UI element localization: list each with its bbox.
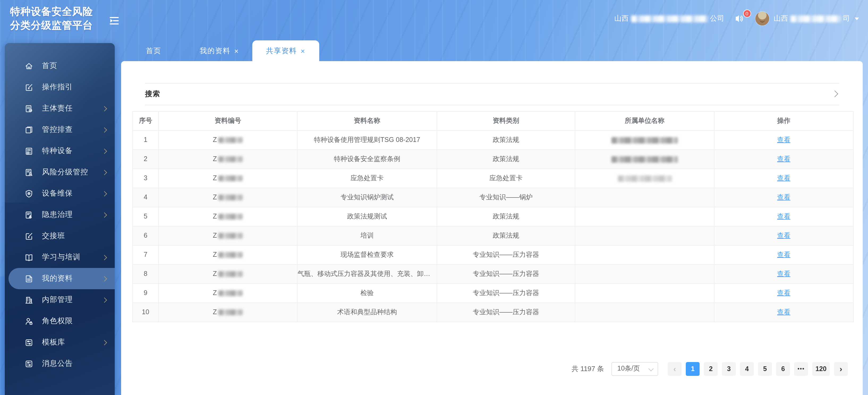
tab-2[interactable]: 共享资料 ×: [252, 40, 319, 61]
menu-fold-icon[interactable]: [109, 16, 120, 26]
page-button-120[interactable]: 120: [812, 362, 830, 375]
table-row: 3 Z 应急处置卡 应急处置卡 查看: [132, 169, 854, 188]
sidebar-item-11[interactable]: 内部管理: [5, 289, 115, 310]
redacted-code: [219, 156, 243, 162]
sidebar-item-2[interactable]: 主体责任: [5, 98, 115, 119]
user-name[interactable]: 山西司: [774, 14, 850, 23]
redacted-code: [219, 195, 243, 200]
cell-code: Z: [159, 188, 297, 207]
company-name-prefix: 山西: [614, 15, 629, 22]
view-link[interactable]: 查看: [777, 136, 790, 143]
view-link[interactable]: 查看: [777, 289, 790, 297]
page-size-value: 10条/页: [617, 364, 640, 373]
notification-volume-icon[interactable]: 0: [734, 14, 744, 23]
column-header: 所属单位名称: [575, 111, 714, 130]
sidebar-item-13[interactable]: 模板库: [5, 332, 115, 353]
application-window: 特种设备安全风险 分类分级监管平台 山西公司 0 山西司 首页 操作指引 主体责…: [0, 0, 868, 395]
tab-1[interactable]: 我的资料 ×: [186, 40, 252, 61]
view-link[interactable]: 查看: [777, 251, 790, 258]
column-header: 资料类别: [437, 111, 575, 130]
user-name-suffix: 司: [843, 15, 850, 22]
cell-code: Z: [159, 245, 297, 264]
cell-index: 8: [132, 264, 159, 283]
redacted-company-name: [631, 16, 708, 22]
page-button-3[interactable]: 3: [722, 362, 736, 375]
more-pages-button[interactable]: •••: [794, 362, 808, 375]
sidebar-item-label: 学习与培训: [42, 253, 81, 262]
tab-0[interactable]: 首页: [121, 40, 186, 61]
cell-name: 应急处置卡: [297, 169, 437, 188]
sidebar-item-1[interactable]: 操作指引: [5, 77, 115, 98]
book-icon: [24, 253, 33, 262]
cell-action: 查看: [714, 283, 854, 303]
caret-down-icon[interactable]: [855, 17, 859, 20]
cell-name: 特种设备安全监察条例: [297, 149, 437, 169]
cell-action: 查看: [714, 169, 854, 188]
sidebar-item-3[interactable]: 管控排查: [5, 119, 115, 140]
cell-unit: [575, 264, 714, 283]
view-link[interactable]: 查看: [777, 270, 790, 277]
table-row: 10 Z 术语和典型品种结构 专业知识——压力容器 查看: [132, 303, 854, 322]
view-link[interactable]: 查看: [777, 193, 790, 201]
cell-category: 专业知识——压力容器: [437, 303, 575, 322]
cell-unit: [575, 303, 714, 322]
cell-category: 应急处置卡: [437, 169, 575, 188]
sidebar-item-5[interactable]: 风险分级管控: [5, 162, 115, 183]
tab-bar: 首页 我的资料 × 共享资料 ×: [121, 40, 319, 61]
search-collapse-header[interactable]: 搜索: [145, 83, 839, 105]
view-link[interactable]: 查看: [777, 213, 790, 220]
page-button-6[interactable]: 6: [776, 362, 790, 375]
page-size-select[interactable]: 10条/页: [612, 362, 658, 375]
view-link[interactable]: 查看: [777, 155, 790, 162]
sidebar-item-8[interactable]: 交接班: [5, 225, 115, 247]
cell-code: Z: [159, 149, 297, 169]
cell-unit: [575, 169, 714, 188]
next-page-button[interactable]: ›: [834, 362, 848, 375]
table-row: 7 Z 现场监督检查要求 专业知识——压力容器 查看: [132, 245, 854, 264]
close-icon[interactable]: ×: [301, 47, 305, 55]
view-link[interactable]: 查看: [777, 231, 790, 239]
sidebar-item-7[interactable]: 隐患治理: [5, 204, 115, 225]
company-name: 山西公司: [614, 14, 724, 23]
avatar[interactable]: [755, 12, 769, 26]
redacted-user-name: [790, 16, 841, 22]
sidebar-item-9[interactable]: 学习与培训: [5, 247, 115, 268]
data-table: 序号资料编号资料名称资料类别所属单位名称操作 1 Z 特种设备使用管理规则TSG…: [132, 111, 854, 322]
prev-page-button[interactable]: ‹: [668, 362, 682, 375]
sidebar-item-4[interactable]: 特种设备: [5, 140, 115, 162]
chevron-right-icon: [102, 212, 107, 218]
cell-code: Z: [159, 303, 297, 322]
cell-category: 专业知识——压力容器: [437, 245, 575, 264]
column-header: 序号: [132, 111, 159, 130]
cell-index: 3: [132, 169, 159, 188]
cell-code: Z: [159, 226, 297, 245]
view-link[interactable]: 查看: [777, 308, 790, 315]
page-button-2[interactable]: 2: [704, 362, 718, 375]
view-link[interactable]: 查看: [777, 174, 790, 181]
sidebar-item-6[interactable]: 设备维保: [5, 183, 115, 204]
page-title-line1: 特种设备安全风险: [10, 5, 93, 19]
redacted-code: [219, 252, 243, 258]
page-title: 特种设备安全风险 分类分级监管平台: [10, 5, 93, 32]
sidebar-item-14[interactable]: 消息公告: [5, 353, 115, 374]
close-icon[interactable]: ×: [234, 47, 239, 55]
audit-document-icon: [24, 104, 33, 113]
page-button-5[interactable]: 5: [758, 362, 772, 375]
sidebar-item-0[interactable]: 首页: [5, 55, 115, 77]
sidebar-item-12[interactable]: 角色权限: [5, 310, 115, 332]
redacted-unit-name: [612, 156, 678, 162]
sidebar-item-label: 我的资料: [42, 274, 73, 283]
page-button-4[interactable]: 4: [740, 362, 754, 375]
cell-index: 4: [132, 188, 159, 207]
cell-category: 专业知识——压力容器: [437, 264, 575, 283]
company-name-suffix: 公司: [710, 15, 724, 22]
cell-category: 政策法规: [437, 207, 575, 226]
sidebar-item-10[interactable]: 我的资料: [8, 268, 115, 289]
chevron-right-icon: [831, 90, 838, 97]
page-button-1[interactable]: 1: [686, 362, 700, 375]
cell-action: 查看: [714, 149, 854, 169]
cell-action: 查看: [714, 245, 854, 264]
cell-unit: [575, 149, 714, 169]
pager: ‹123456•••120›: [668, 362, 848, 375]
cell-code: Z: [159, 169, 297, 188]
